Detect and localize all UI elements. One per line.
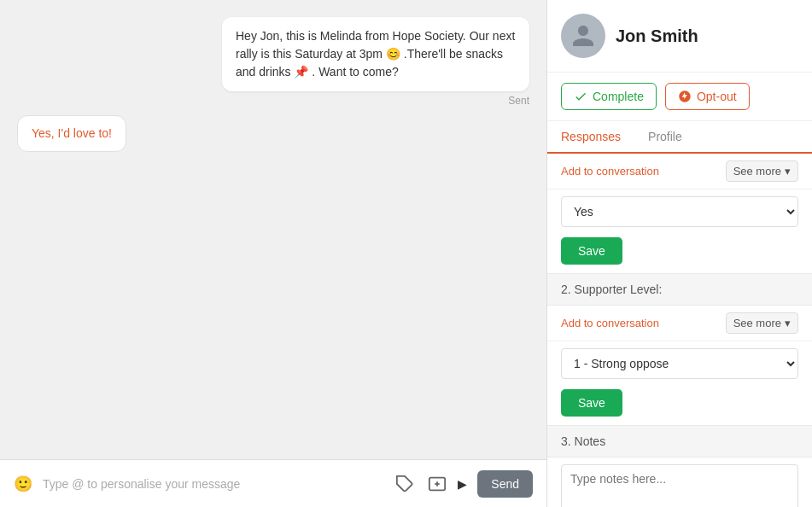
- tabs-row: Responses Profile: [547, 121, 812, 154]
- notes-textarea[interactable]: [561, 464, 798, 507]
- see-more-label-2: See more: [733, 317, 781, 329]
- q1-save-button[interactable]: Save: [561, 237, 622, 265]
- chat-input-bar: 🙂 Type @ to personalise your message ▶ S…: [0, 459, 546, 507]
- chat-messages: Hey Jon, this is Melinda from Hope Socie…: [0, 0, 546, 459]
- add-message-icon[interactable]: [425, 472, 449, 496]
- contact-header: Jon Smith: [547, 0, 812, 73]
- cursor-icon: ▶: [458, 477, 467, 491]
- message-bubble-incoming: Yes, I'd love to!: [17, 115, 126, 152]
- tag-icon[interactable]: [393, 472, 417, 496]
- message-sent-label: Sent: [222, 95, 529, 107]
- optout-button[interactable]: Opt-out: [665, 83, 750, 110]
- contact-name: Jon Smith: [616, 26, 698, 46]
- q2-action-row: Add to conversation See more ▾: [547, 306, 812, 341]
- tab-responses[interactable]: Responses: [561, 121, 634, 154]
- action-buttons: Complete Opt-out: [547, 73, 812, 121]
- chat-icons: ▶: [393, 472, 467, 496]
- emoji-icon[interactable]: 🙂: [14, 475, 32, 493]
- complete-label: Complete: [593, 90, 644, 103]
- chevron-down-icon-1: ▾: [785, 165, 791, 178]
- see-more-label-1: See more: [733, 165, 781, 178]
- q2-save-button[interactable]: Save: [561, 389, 622, 417]
- add-to-conversation-link-2[interactable]: Add to conversation: [561, 317, 659, 329]
- responses-section: Add to conversation See more ▾ Yes No Ma…: [547, 154, 812, 507]
- see-more-button-1[interactable]: See more ▾: [726, 160, 798, 182]
- section3-header: 3. Notes: [547, 425, 812, 457]
- complete-button[interactable]: Complete: [561, 83, 657, 110]
- q1-select[interactable]: Yes No Maybe: [561, 196, 798, 227]
- q1-action-row: Add to conversation See more ▾: [547, 154, 812, 189]
- message-incoming: Yes, I'd love to!: [17, 115, 126, 152]
- see-more-button-2[interactable]: See more ▾: [726, 312, 798, 334]
- tab-profile[interactable]: Profile: [648, 121, 696, 152]
- message-outgoing: Hey Jon, this is Melinda from Hope Socie…: [222, 17, 529, 107]
- send-button[interactable]: Send: [477, 470, 533, 498]
- message-bubble-outgoing: Hey Jon, this is Melinda from Hope Socie…: [222, 17, 529, 91]
- avatar: [561, 14, 605, 58]
- optout-label: Opt-out: [697, 90, 737, 103]
- chat-panel: Hey Jon, this is Melinda from Hope Socie…: [0, 0, 546, 507]
- q2-select[interactable]: 1 - Strong oppose 2 - Oppose 3 - Neutral…: [561, 348, 798, 379]
- message-input-placeholder[interactable]: Type @ to personalise your message: [43, 477, 383, 491]
- right-panel: Jon Smith Complete Opt-out Responses Pro…: [546, 0, 812, 507]
- chevron-down-icon-2: ▾: [785, 317, 791, 329]
- add-to-conversation-link-1[interactable]: Add to conversation: [561, 165, 659, 178]
- section2-header: 2. Supporter Level:: [547, 273, 812, 306]
